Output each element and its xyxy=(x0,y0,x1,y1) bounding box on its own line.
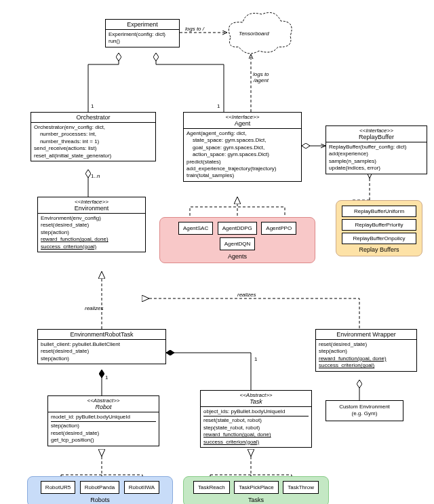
buf-uniform: ReplayBufferUniform xyxy=(342,206,416,217)
ce-l2: (e.g. Gym) xyxy=(329,410,400,417)
robot-l1: model_id: pyBullet.bodyUniqueId xyxy=(51,414,156,421)
robot-stereo: <<Abstract>> xyxy=(51,398,156,404)
ert-title: EnvironmentRobotTask xyxy=(38,330,165,340)
mult-1n: 1..n xyxy=(91,173,100,179)
orch-l3: number_threads: int = 1) xyxy=(34,138,153,145)
rb-l4: update(indices, error) xyxy=(329,165,424,172)
agent-ddpg: AgentDDPG xyxy=(218,222,257,235)
ew-title: Environment Wrapper xyxy=(316,330,416,340)
tensorboard-label: Tensorboard xyxy=(239,31,269,37)
task-l4: reward_function(goal, done) xyxy=(203,431,309,438)
env-l2: reset(desired_state) xyxy=(41,222,142,229)
edge-logs-tb: logs to / xyxy=(185,26,204,32)
env-l5: success_criterion(goal) xyxy=(41,244,142,250)
buf-priority: ReplayBufferPriority xyxy=(342,219,416,231)
ert-l2: reset(desired_state) xyxy=(41,348,163,355)
agent-l4: action_space: gym.spaces.Dict) xyxy=(186,151,298,158)
task-l5: success_criterion(goal) xyxy=(203,439,309,446)
rb-l2: add(experience) xyxy=(329,151,424,157)
mult-1b: 1 xyxy=(217,103,220,109)
ew-l3: reward_function(goal, done) xyxy=(319,355,414,362)
robot-l2: step(action) xyxy=(51,423,156,429)
experiment-l2: run() xyxy=(108,38,176,45)
ew-l4: success_criterion(goal) xyxy=(319,362,414,369)
class-agent: <<Interface>> Agent Agent(agent_config: … xyxy=(183,112,302,182)
task-l2: reset(state_robot, robot) xyxy=(203,417,309,424)
group-agents: AgentSAC AgentDDPG AgentPPO AgentDQN Age… xyxy=(159,217,315,263)
agent-sac: AgentSAC xyxy=(178,222,213,235)
task-reach: TaskReach xyxy=(193,481,230,494)
class-env-robot-task: EnvironmentRobotTask bullet_client: pybu… xyxy=(37,329,166,364)
task-stereo: <<Abstract>> xyxy=(203,392,309,398)
class-custom-env: Custom Environment (e.g. Gym) xyxy=(326,400,403,421)
ert-l1: bullet_client: pybullet.BulletClient xyxy=(41,341,163,348)
robot-ur5: RobotUR5 xyxy=(41,481,75,494)
experiment-title: Experiment xyxy=(106,20,179,30)
experiment-l1: Experiment(config: dict) xyxy=(108,31,176,38)
agent-l7: train(total_samples) xyxy=(186,172,298,179)
agent-l3: goal_space: gym.spaces.Dict, xyxy=(186,144,298,151)
rb-l1: ReplayBuffer(buffer_config: dict) xyxy=(329,144,424,151)
buffers-label: Replay Buffers xyxy=(339,246,419,253)
agent-l2: state_space: gym.spaces.Dict, xyxy=(186,137,298,144)
rb-title: ReplayBuffer xyxy=(329,134,424,140)
orch-l1: Orchestrator(env_config: dict, xyxy=(34,124,153,131)
agent-l5: predict(states) xyxy=(186,159,298,166)
class-task: <<Abstract>> Task object_ids: pyBullet.b… xyxy=(200,390,312,448)
env-l1: Environment(env_config) xyxy=(41,215,142,222)
robot-l4: get_tcp_position() xyxy=(51,437,156,444)
task-l3: step(state_robot, robot) xyxy=(203,425,309,431)
env-stereo: <<Interface>> xyxy=(41,199,142,205)
env-l3: step(action) xyxy=(41,229,142,236)
task-pickplace: TaskPickPlace xyxy=(234,481,279,494)
realizes-2: realizes xyxy=(237,292,256,298)
agent-stereo: <<Interface>> xyxy=(186,114,298,120)
orchestrator-title: Orchestrator xyxy=(31,113,155,123)
task-l1: object_ids: pyBullet.bodyUniqueId xyxy=(203,408,309,415)
agent-title: Agent xyxy=(186,120,298,127)
orch-l2: number_processes: int, xyxy=(34,131,153,138)
mult-1c: 1 xyxy=(105,374,108,381)
task-title: Task xyxy=(203,398,309,405)
ew-l2: step(action) xyxy=(319,348,414,355)
buf-onpolicy: ReplayBufferOnpolicy xyxy=(342,233,416,244)
class-robot: <<Abstract>> Robot model_id: pyBullet.bo… xyxy=(47,395,159,446)
mult-1a: 1 xyxy=(91,103,94,109)
class-replaybuffer: <<Interface>> ReplayBuffer ReplayBuffer(… xyxy=(326,125,427,174)
orch-l4: send_receive(actions: list) xyxy=(34,145,153,152)
ert-l3: step(action) xyxy=(41,355,163,362)
rb-stereo: <<Interface>> xyxy=(329,128,424,134)
robot-l3: reset(desired_state) xyxy=(51,430,156,437)
group-buffers: ReplayBufferUniform ReplayBufferPriority… xyxy=(336,200,422,256)
robot-iiwa: RobotIIWA xyxy=(124,481,159,494)
realizes-1: realizes xyxy=(85,305,104,311)
class-orchestrator: Orchestrator Orchestrator(env_config: di… xyxy=(31,112,156,161)
agent-l6: add_experience_trajectory(trajectory) xyxy=(186,166,298,172)
ce-l1: Custom Environment xyxy=(329,404,400,410)
group-tasks: TaskReach TaskPickPlace TaskThrow Tasks xyxy=(183,476,329,504)
agents-label: Agents xyxy=(163,253,312,260)
class-environment: <<Interface>> Environment Environment(en… xyxy=(37,197,146,252)
orch-l5: reset_all(initial_state_generator) xyxy=(34,153,153,159)
rb-l3: sample(n_samples) xyxy=(329,158,424,165)
env-title: Environment xyxy=(41,205,142,212)
robot-panda: RobotPanda xyxy=(80,481,119,494)
agent-l1: Agent(agent_config: dict, xyxy=(186,130,298,137)
robot-title: Robot xyxy=(51,404,156,410)
robots-label: Robots xyxy=(31,497,170,503)
group-robots: RobotUR5 RobotPanda RobotIIWA Robots xyxy=(27,476,173,504)
agent-dqn: AgentDQN xyxy=(220,237,256,250)
agent-ppo: AgentPPO xyxy=(261,222,296,235)
class-experiment: Experiment Experiment(config: dict) run(… xyxy=(105,19,180,47)
edge-logs-agent: logs to /agent xyxy=(253,71,269,83)
ew-l1: reset(desired_state) xyxy=(319,341,414,348)
tasks-label: Tasks xyxy=(186,497,326,503)
mult-1d: 1 xyxy=(254,356,257,362)
task-throw: TaskThrow xyxy=(283,481,319,494)
env-l4: reward_function(goal, done) xyxy=(41,236,142,243)
class-env-wrapper: Environment Wrapper reset(desired_state)… xyxy=(315,329,417,372)
